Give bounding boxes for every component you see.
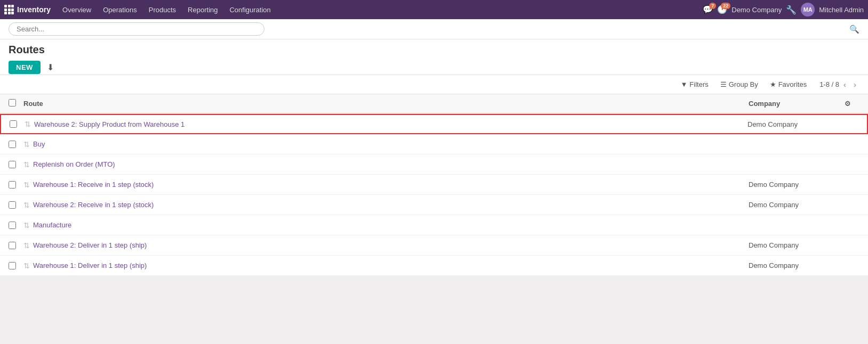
filters-label: Filters [689,80,708,88]
table-body: ⇅ Warehouse 2: Supply Product from Wareh… [0,114,868,276]
group-by-icon: ☰ [720,80,727,88]
company-name: Demo Company [732,6,782,14]
table-row[interactable]: ⇅ Manufacture [0,215,868,235]
menu-item-configuration[interactable]: Configuration [224,4,276,16]
filter-toolbar-right: ▼ Filters ☰ Group By ★ Favorites 1-8 / 8… [675,78,859,91]
row-checkbox[interactable] [10,120,17,128]
top-menu: Overview Operations Products Reporting C… [57,4,701,16]
row-checkbox[interactable] [9,201,16,209]
row-route-name[interactable]: Manufacture [33,221,749,229]
row-company-name: Demo Company [749,241,845,249]
table-row[interactable]: ⇅ Warehouse 2: Supply Product from Wareh… [0,114,868,134]
table-row[interactable]: ⇅ Warehouse 2: Deliver in 1 step (ship) … [0,235,868,256]
row-route-name[interactable]: Replenish on Order (MTO) [33,160,749,168]
wrench-icon[interactable]: 🔧 [786,5,797,15]
app-name: Inventory [17,5,51,14]
row-checkbox-cell[interactable] [9,181,23,189]
row-company-name: Demo Company [749,181,845,189]
table-row[interactable]: ⇅ Warehouse 2: Receive in 1 step (stock)… [0,195,868,215]
row-route-name[interactable]: Warehouse 2: Receive in 1 step (stock) [33,201,749,209]
page-actions: NEW ⬇ [9,60,859,75]
user-name: Mitchell Admin [819,6,864,14]
row-checkbox[interactable] [9,242,16,249]
row-checkbox-cell[interactable] [10,120,25,128]
col-adjust-icon: ⚙ [845,100,859,108]
favorites-label: Favorites [778,80,807,88]
prev-page-button[interactable]: ‹ [840,79,849,90]
page-title: Routes [9,44,859,56]
table-row[interactable]: ⇅ Buy [0,134,868,154]
row-company-name: Demo Company [749,201,845,209]
search-bar-row: 🔍 [0,19,868,39]
favorites-button[interactable]: ★ Favorites [765,78,812,91]
filters-button[interactable]: ▼ Filters [675,78,713,91]
drag-handle-icon[interactable]: ⇅ [25,120,31,128]
drag-handle-icon[interactable]: ⇅ [23,140,30,149]
row-checkbox[interactable] [9,161,16,168]
select-all-checkbox[interactable] [9,99,16,107]
header-checkbox-cell[interactable] [9,99,23,108]
star-icon: ★ [770,80,776,88]
drag-handle-icon[interactable]: ⇅ [23,201,30,209]
chat-icon-badge[interactable]: 💬 7 [703,5,713,14]
table-row[interactable]: ⇅ Replenish on Order (MTO) [0,154,868,175]
search-input[interactable] [9,22,264,36]
drag-handle-icon[interactable]: ⇅ [23,241,30,250]
row-company-name: Demo Company [748,120,843,128]
avatar: MA [801,3,815,17]
row-route-name[interactable]: Warehouse 1: Receive in 1 step (stock) [33,181,749,189]
row-checkbox[interactable] [9,181,16,189]
row-route-name[interactable]: Warehouse 1: Deliver in 1 step (ship) [33,261,749,269]
row-checkbox-cell[interactable] [9,161,23,168]
table-row[interactable]: ⇅ Warehouse 1: Receive in 1 step (stock)… [0,175,868,195]
chat-badge: 7 [709,3,716,9]
clock-badge: 22 [721,3,730,9]
top-navigation: Inventory Overview Operations Products R… [0,0,868,19]
topnav-right: 💬 7 🕐 22 Demo Company 🔧 MA Mitchell Admi… [703,3,864,17]
row-checkbox[interactable] [9,141,16,148]
filter-toolbar: ▼ Filters ☰ Group By ★ Favorites 1-8 / 8… [0,75,868,94]
group-by-button[interactable]: ☰ Group By [715,78,763,91]
group-by-label: Group By [729,80,758,88]
table-row[interactable]: ⇅ Warehouse 1: Deliver in 1 step (ship) … [0,256,868,276]
row-route-name[interactable]: Warehouse 2: Supply Product from Warehou… [34,120,748,128]
next-page-button[interactable]: › [850,79,859,90]
row-company-name: Demo Company [749,261,845,269]
row-checkbox[interactable] [9,222,16,229]
search-icon[interactable]: 🔍 [849,24,859,34]
row-checkbox-cell[interactable] [9,222,23,229]
row-checkbox-cell[interactable] [9,262,23,269]
col-header-route: Route [23,97,749,110]
menu-item-overview[interactable]: Overview [57,4,97,16]
col-header-company: Company [749,100,845,108]
table-header: Route Company ⚙ [0,94,868,114]
new-button[interactable]: NEW [9,61,41,74]
grid-icon [4,5,14,14]
pagination-info: 1-8 / 8 [819,80,839,88]
row-checkbox-cell[interactable] [9,201,23,209]
filter-icon: ▼ [680,80,687,88]
drag-handle-icon[interactable]: ⇅ [23,160,30,169]
drag-handle-icon[interactable]: ⇅ [23,221,30,230]
row-checkbox-cell[interactable] [9,242,23,249]
row-checkbox[interactable] [9,262,16,269]
row-route-name[interactable]: Warehouse 2: Deliver in 1 step (ship) [33,241,749,249]
menu-item-operations[interactable]: Operations [98,4,142,16]
clock-icon-badge[interactable]: 🕐 22 [717,5,727,14]
page-header: Routes NEW ⬇ [0,39,868,75]
menu-item-products[interactable]: Products [143,4,181,16]
menu-item-reporting[interactable]: Reporting [182,4,223,16]
app-logo[interactable]: Inventory [4,5,51,14]
drag-handle-icon[interactable]: ⇅ [23,261,30,270]
row-route-name[interactable]: Buy [33,140,749,148]
row-checkbox-cell[interactable] [9,141,23,148]
export-button[interactable]: ⬇ [45,60,56,75]
drag-handle-icon[interactable]: ⇅ [23,181,30,189]
routes-table: Route Company ⚙ ⇅ Warehouse 2: Supply Pr… [0,94,868,276]
